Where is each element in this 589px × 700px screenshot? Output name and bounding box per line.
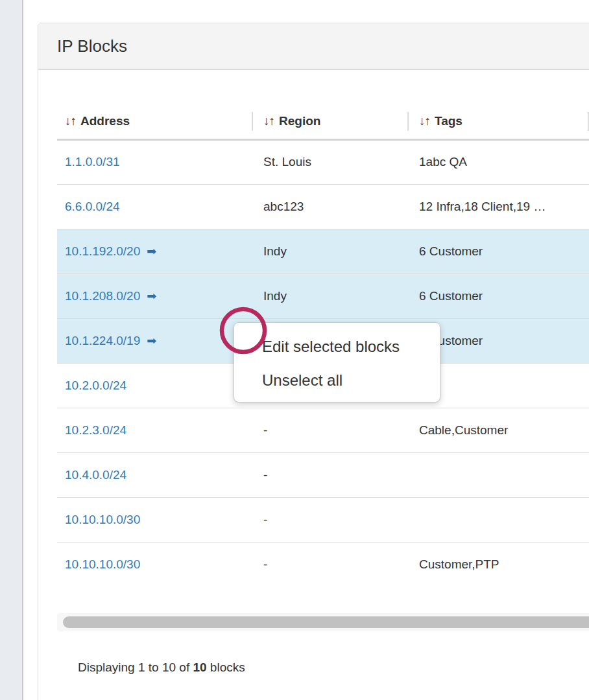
- pagination-suffix: blocks: [207, 660, 245, 674]
- ip-block-link[interactable]: 10.10.10.0/30: [65, 557, 140, 571]
- menu-item-unselect-all[interactable]: Unselect all: [234, 364, 440, 397]
- pagination-prefix: Displaying 1 to 10 of: [78, 660, 193, 674]
- column-header-tags[interactable]: ↓↑Tags: [407, 104, 588, 139]
- tags-cell: Customer,PTP: [407, 542, 588, 587]
- page-title: IP Blocks: [57, 36, 127, 56]
- column-header-region[interactable]: ↓↑Region: [252, 104, 407, 139]
- region-cell: -: [252, 497, 407, 542]
- table-row-selected[interactable]: 10.1.192.0/20➡ Indy 6 Customer: [57, 229, 589, 274]
- table-row[interactable]: 10.10.10.0/30 -: [57, 497, 589, 542]
- page: IP Blocks ↓↑Address ↓↑Region ↓↑Tags 1.1.…: [0, 0, 589, 700]
- ip-block-link[interactable]: 10.4.0.0/24: [65, 468, 126, 482]
- left-rail: [0, 0, 23, 700]
- table-row-selected[interactable]: 10.1.208.0/20➡ Indy 6 Customer: [57, 274, 589, 318]
- column-header-address[interactable]: ↓↑Address: [57, 104, 252, 139]
- ip-block-link[interactable]: 1.1.0.0/31: [65, 155, 120, 169]
- table-row[interactable]: 10.4.0.0/24 -: [57, 452, 589, 497]
- region-cell: abc123: [252, 184, 407, 229]
- horizontal-scrollbar-track[interactable]: [57, 613, 589, 631]
- tags-cell: [407, 497, 588, 542]
- panel-header: IP Blocks: [38, 23, 589, 70]
- ip-block-link[interactable]: 10.2.0.0/24: [65, 379, 126, 392]
- region-cell: -: [252, 452, 407, 497]
- tags-cell: Cable,Customer: [407, 408, 588, 452]
- table-row[interactable]: 10.10.10.0/30 - Customer,PTP: [57, 542, 589, 587]
- ip-block-link[interactable]: 10.10.10.0/30: [65, 513, 140, 526]
- table-header-row: ↓↑Address ↓↑Region ↓↑Tags: [57, 104, 589, 139]
- tags-cell: 1abc QA: [407, 139, 588, 184]
- ip-block-link[interactable]: 10.2.3.0/24: [65, 423, 126, 437]
- region-cell: St. Louis: [252, 139, 407, 184]
- tags-cell: 12 Infra,18 Client,19 …: [407, 184, 588, 229]
- region-cell: -: [252, 408, 407, 452]
- pagination-status: Displaying 1 to 10 of 10 blocks: [78, 660, 245, 675]
- table-row[interactable]: 1.1.0.0/31 St. Louis 1abc QA: [57, 139, 589, 184]
- tags-cell: [407, 452, 588, 497]
- ip-block-link[interactable]: 10.1.208.0/20: [65, 289, 140, 303]
- right-arrow-icon: ➡: [147, 245, 156, 258]
- ip-block-link[interactable]: 10.1.192.0/20: [65, 244, 140, 258]
- tags-cell: 6 Customer: [407, 229, 588, 274]
- sort-icon: ↓↑: [65, 114, 76, 128]
- context-menu: Edit selected blocks Unselect all: [234, 322, 440, 402]
- region-cell: Indy: [252, 229, 407, 274]
- ip-block-link[interactable]: 6.6.0.0/24: [65, 200, 120, 213]
- tags-cell: 6 Customer: [407, 274, 588, 318]
- menu-item-edit-selected-blocks[interactable]: Edit selected blocks: [234, 330, 440, 364]
- column-label: Region: [279, 114, 320, 128]
- horizontal-scrollbar-thumb[interactable]: [63, 616, 589, 628]
- column-label: Address: [80, 114, 130, 128]
- column-label: Tags: [435, 114, 463, 128]
- sort-icon: ↓↑: [263, 114, 274, 128]
- right-arrow-icon: ➡: [147, 290, 156, 303]
- sort-icon: ↓↑: [419, 114, 430, 128]
- ip-block-link[interactable]: 10.1.224.0/19: [65, 334, 140, 347]
- region-cell: Indy: [252, 274, 407, 318]
- table-row[interactable]: 10.2.3.0/24 - Cable,Customer: [57, 408, 589, 452]
- table-row[interactable]: 6.6.0.0/24 abc123 12 Infra,18 Client,19 …: [57, 184, 589, 229]
- right-arrow-icon: ➡: [147, 334, 156, 347]
- region-cell: -: [252, 542, 407, 587]
- pagination-count: 10: [193, 660, 206, 674]
